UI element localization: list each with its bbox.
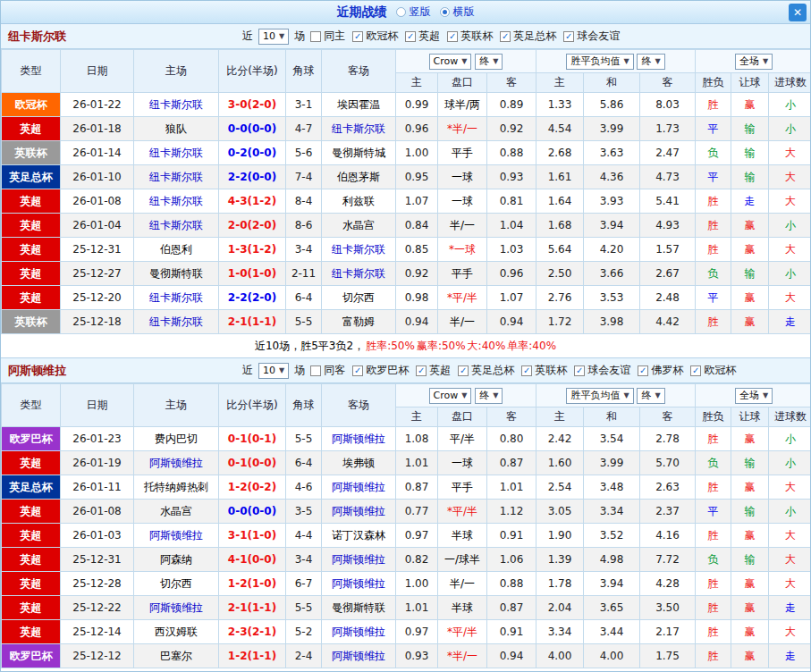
col-header-odds-home: 主: [536, 407, 584, 427]
handicap-away-odds: 0.91: [487, 620, 536, 644]
corner-score: 8-6: [286, 214, 322, 238]
result-label: 负: [696, 262, 731, 286]
handicap-line: 平手: [438, 475, 487, 500]
handicap-result-label: 赢: [731, 93, 769, 117]
match-date: 26-01-23: [61, 427, 134, 451]
handicap-line: *一球: [438, 238, 487, 262]
league-checkbox[interactable]: ✓佛罗杯: [638, 363, 683, 378]
chevron-down-icon: ▼: [763, 390, 768, 402]
league-filter-checkboxes: 同主✓欧冠杯✓英超✓英联杯✓英足总杯✓球会友谊: [310, 29, 620, 44]
away-team: 诺丁汉森林: [322, 524, 396, 548]
league-badge: 英超: [2, 620, 61, 644]
home-team: 西汉姆联: [134, 620, 219, 644]
league-checkbox[interactable]: ✓英超: [416, 363, 451, 378]
europe-odds-select[interactable]: 胜平负均值 ▼: [566, 388, 633, 404]
handicap-controls-cell: Crow ▼ 终 ▼: [396, 384, 536, 407]
score: 3-1(1-0): [219, 524, 286, 548]
odds-draw: 3.54: [584, 427, 640, 451]
scope-select[interactable]: 全场 ▼: [735, 54, 773, 70]
odds-source-select[interactable]: Crow ▼: [429, 388, 472, 404]
handicap-home-odds: 0.94: [396, 310, 438, 334]
europe-odds-select[interactable]: 胜平负均值 ▼: [566, 54, 633, 70]
handicap-result-label: 赢: [731, 620, 769, 644]
league-checkbox[interactable]: ✓英足总杯: [500, 29, 556, 44]
handicap-line: 半/一: [438, 572, 487, 596]
europe-odds-time-select[interactable]: 终 ▼: [637, 388, 664, 404]
view-option-vertical[interactable]: 竖版: [396, 4, 431, 20]
result-label: 平: [696, 286, 731, 310]
view-option-horizontal[interactable]: 横版: [440, 4, 475, 20]
league-checkbox[interactable]: ✓欧冠杯: [352, 29, 398, 44]
odds-away: 2.48: [640, 286, 696, 310]
chevron-down-icon: ▼: [655, 390, 660, 402]
matches-tbody: 欧罗巴杯26-01-23费内巴切0-1(0-1)5-5阿斯顿维拉1.08平/半0…: [2, 427, 811, 668]
odds-home: 3.05: [536, 500, 584, 524]
league-checkbox[interactable]: ✓欧冠杯: [690, 363, 736, 378]
away-team: 阿斯顿维拉: [322, 548, 396, 572]
match-row: 欧冠杯26-01-22纽卡斯尔联3-0(2-0)3-1埃因霍温0.99球半/两0…: [2, 93, 811, 117]
match-row: 英超26-01-08纽卡斯尔联4-3(1-2)8-4利兹联1.07一球0.811…: [2, 189, 811, 214]
col-header-date: 日期: [61, 384, 134, 427]
league-checkbox[interactable]: ✓英联杯: [521, 363, 567, 378]
result-label: 平: [696, 500, 731, 524]
handicap-line: 一球: [438, 189, 487, 214]
match-row: 英超26-01-18狼队0-0(0-0)4-7纽卡斯尔联0.96*半/一0.92…: [2, 117, 811, 141]
home-team: 纽卡斯尔联: [134, 141, 219, 165]
league-checkbox[interactable]: ✓英足总杯: [458, 363, 514, 378]
result-label: 胜: [696, 189, 731, 214]
col-header-odds-away: 客: [640, 73, 696, 93]
league-checkbox[interactable]: 同客: [310, 363, 345, 378]
corner-score: 5-5: [286, 310, 322, 334]
checkbox-label: 球会友谊: [587, 363, 630, 378]
match-row: 英超26-01-19阿斯顿维拉0-1(0-0)6-4埃弗顿1.01一球0.871…: [2, 451, 811, 475]
goals-result-label: 大: [769, 165, 811, 189]
odds-time-select[interactable]: 终 ▼: [475, 54, 503, 70]
checkbox-label: 英超: [429, 363, 451, 378]
result-label: 平: [696, 165, 731, 189]
home-team: 纽卡斯尔联: [134, 93, 219, 117]
handicap-line: *半/一: [438, 644, 487, 668]
odds-away: 4.93: [640, 214, 696, 238]
league-badge: 欧冠杯: [2, 93, 61, 117]
match-row: 英足总杯26-01-10纽卡斯尔联2-2(0-0)7-4伯恩茅斯0.95一球0.…: [2, 165, 811, 189]
col-header-result: 胜负: [696, 407, 731, 427]
summary-row: 近10场，胜5平3负2，胜率:50% 赢率:50% 大:40% 单率:40%: [1, 334, 810, 358]
match-date: 25-12-27: [61, 262, 134, 286]
league-checkbox[interactable]: ✓英联杯: [447, 29, 493, 44]
col-header-home: 主场: [134, 50, 219, 93]
odds-time-select[interactable]: 终 ▼: [475, 388, 503, 404]
matches-tbody: 欧冠杯26-01-22纽卡斯尔联3-0(2-0)3-1埃因霍温0.99球半/两0…: [2, 93, 811, 334]
col-header-ah-home: 主: [396, 407, 438, 427]
match-date: 26-01-19: [61, 451, 134, 475]
handicap-home-odds: 0.97: [396, 524, 438, 548]
league-checkbox[interactable]: ✓欧罗巴杯: [352, 363, 409, 378]
result-label: 胜: [696, 620, 731, 644]
match-count-select[interactable]: 10 ▼: [258, 29, 289, 45]
close-button[interactable]: ✕: [789, 4, 807, 21]
scope-select[interactable]: 全场 ▼: [735, 388, 773, 404]
goals-result-label: 大: [769, 286, 811, 310]
league-checkbox[interactable]: ✓球会友谊: [574, 363, 630, 378]
odds-source-select[interactable]: Crow ▼: [429, 54, 472, 70]
handicap-line: 平手: [438, 141, 487, 165]
col-header-ah-line: 盘口: [438, 407, 487, 427]
home-team: 纽卡斯尔联: [134, 310, 219, 334]
league-checkbox[interactable]: ✓球会友谊: [563, 29, 620, 44]
handicap-home-odds: 0.77: [396, 500, 438, 524]
goals-result-label: 小: [769, 500, 811, 524]
odds-home: 1.78: [536, 572, 584, 596]
checkbox-checked-icon: ✓: [458, 365, 469, 376]
odds-time-value: 终: [479, 55, 489, 68]
match-date: 26-01-08: [61, 500, 134, 524]
match-row: 英联杯26-01-14纽卡斯尔联0-2(0-0)5-6曼彻斯特城1.00平手0.…: [2, 141, 811, 165]
league-checkbox[interactable]: ✓英超: [405, 29, 440, 44]
score: 0-0(0-0): [219, 117, 286, 141]
match-date: 25-12-18: [61, 310, 134, 334]
handicap-home-odds: 0.98: [396, 286, 438, 310]
europe-odds-time-select[interactable]: 终 ▼: [637, 54, 664, 70]
summary-segment: 近10场，胜5平3负2，: [255, 339, 364, 354]
chevron-down-icon: ▼: [763, 55, 768, 68]
match-count-select[interactable]: 10 ▼: [258, 363, 289, 379]
league-checkbox[interactable]: 同主: [310, 29, 345, 44]
handicap-result-label: 走: [731, 189, 769, 214]
